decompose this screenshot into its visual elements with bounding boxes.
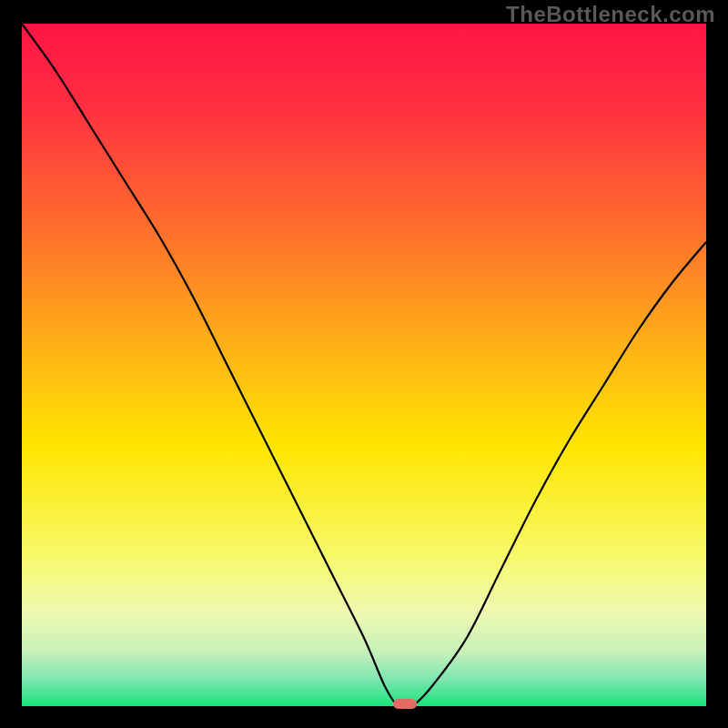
bottleneck-chart [0,0,728,728]
plot-background [22,24,706,706]
chart-frame: TheBottleneck.com [0,0,728,728]
optimum-marker [393,699,417,709]
